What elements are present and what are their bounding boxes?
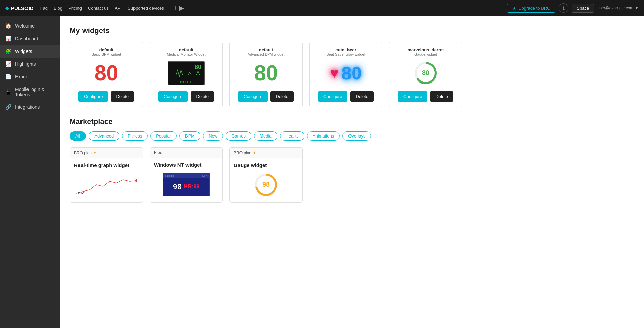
nav-pricing[interactable]: Pricing (68, 6, 82, 11)
gauge-market-display: 98 (253, 171, 279, 198)
nav-faq[interactable]: Faq (40, 6, 48, 11)
widgets-icon: 🧩 (5, 48, 12, 54)
widget-preview-2: 80 PULSOID (168, 60, 205, 87)
user-menu-icon[interactable]: ▼ (635, 6, 639, 10)
graph-preview-container: 192 (76, 175, 137, 195)
market-card-name-3: Gauge widget (234, 162, 298, 168)
apple-icon[interactable]:  (174, 5, 176, 12)
sidebar-item-welcome[interactable]: 🏠 Welcome (0, 19, 60, 32)
gauge-market-value: 98 (262, 181, 270, 188)
medical-brand: PULSOID (180, 80, 192, 84)
sidebar-label-welcome: Welcome (15, 23, 35, 29)
delete-button-1[interactable]: Delete (111, 91, 134, 102)
info-button[interactable]: ℹ (559, 3, 568, 13)
filter-advanced[interactable]: Advanced (89, 131, 119, 141)
dashboard-icon: 📊 (5, 36, 12, 42)
topnav-right: ★ Upgrade to BRO ℹ Space user@example.co… (507, 3, 639, 13)
market-plan-label-2: Free (154, 150, 162, 155)
home-icon: 🏠 (5, 23, 12, 29)
configure-button-5[interactable]: Configure (398, 91, 427, 102)
sidebar-label-widgets: Widgets (15, 49, 32, 54)
widget-name-2: default (179, 47, 194, 52)
sidebar-item-dashboard[interactable]: 📊 Dashboard (0, 32, 60, 45)
configure-button-2[interactable]: Configure (158, 91, 188, 102)
widget-card-medical: default Medical Monitor Widget 80 PULSOI… (150, 42, 223, 107)
market-card-preview-1: 192 (74, 171, 139, 198)
medical-bpm-value: 80 (195, 64, 201, 71)
widget-preview-5: 80 ♥ (412, 60, 439, 87)
nt-bpm-value: 98 (173, 183, 182, 191)
market-card-body-1: Real-time graph widget 192 (70, 158, 143, 202)
filter-media[interactable]: Media (254, 131, 277, 141)
widget-type-2: Medical Monitor Widget (167, 52, 206, 56)
my-widgets-title: My widgets (70, 26, 634, 35)
widget-preview-4: ♥ 80 (330, 60, 362, 87)
delete-button-5[interactable]: Delete (430, 91, 453, 102)
sidebar-item-integrations[interactable]: 🔗 Integrations (0, 101, 60, 113)
user-info: user@example.com ▼ (597, 6, 639, 10)
filter-fitness[interactable]: Fitness (122, 131, 148, 141)
delete-button-3[interactable]: Delete (270, 91, 294, 102)
widget-name-3: default (259, 47, 273, 52)
sidebar-label-mobile: Mobile login & Tokens (15, 87, 54, 97)
nt-hr-label: HR:99 (184, 184, 199, 190)
market-card-header-2: Free (150, 148, 222, 158)
bpm-value-red: 80 (94, 62, 118, 84)
filter-popular[interactable]: Popular (150, 131, 177, 141)
widget-preview-3: 80 (254, 60, 278, 87)
configure-button-1[interactable]: Configure (78, 91, 108, 102)
widget-card-gauge: marvelous_derret Gauge widget 80 ♥ Confi… (389, 42, 462, 107)
sidebar-item-widgets[interactable]: 🧩 Widgets (0, 45, 60, 58)
filter-animations[interactable]: Animations (307, 131, 340, 141)
beat-saber-display: ♥ 80 (330, 63, 362, 84)
gauge-display: 80 ♥ (412, 60, 439, 87)
filter-bpm[interactable]: BPM (179, 131, 200, 141)
delete-button-4[interactable]: Delete (350, 91, 374, 102)
sidebar-item-mobile-login[interactable]: 📱 Mobile login & Tokens (0, 83, 60, 101)
delete-button-2[interactable]: Delete (191, 91, 214, 102)
mobile-icon: 📱 (5, 89, 12, 95)
brand: ◆ PULSOID (5, 5, 34, 11)
widget-type-3: Advanced BPM widget (248, 52, 285, 56)
sidebar-item-highlights[interactable]: 📈 Highlights (0, 58, 60, 70)
market-card-name-1: Real-time graph widget (74, 162, 139, 168)
svg-point-2 (135, 179, 137, 182)
nav-blog[interactable]: Blog (54, 6, 62, 11)
user-email: user@example.com (597, 6, 633, 10)
sidebar-label-integrations: Integrations (15, 104, 40, 110)
marketplace-title: Marketplace (70, 117, 634, 126)
nav-api[interactable]: API (115, 6, 122, 11)
plan-star-icon-1: ✦ (93, 150, 97, 155)
configure-button-3[interactable]: Configure (238, 91, 268, 102)
configure-button-4[interactable]: Configure (318, 91, 347, 102)
integrations-icon: 🔗 (5, 104, 12, 110)
bpm-blue-value: 80 (341, 63, 362, 84)
nt-body: 98 HR:99 (163, 178, 209, 196)
nav-supported-devices[interactable]: Supported devices (128, 6, 164, 11)
sidebar-item-export[interactable]: 📄 Export (0, 70, 60, 83)
space-button[interactable]: Space (572, 4, 594, 13)
topnav-app-icons:  ▶ (174, 4, 184, 12)
widget-grid: default Basic BPM widget 80 Configure De… (70, 42, 634, 107)
upgrade-button[interactable]: ★ Upgrade to BRO (507, 4, 555, 13)
marketplace-grid: BRO plan ✦ Real-time graph widget 192 (70, 147, 634, 203)
widget-buttons-4: Configure Delete (318, 91, 374, 102)
filter-hearts[interactable]: Hearts (280, 131, 304, 141)
filter-games[interactable]: Games (226, 131, 251, 141)
widget-type-5: Gauge widget (414, 52, 437, 56)
market-card-header-3: BRO plan ✦ (230, 148, 302, 158)
market-card-body-3: Gauge widget 98 (230, 158, 302, 202)
main-content: My widgets default Basic BPM widget 80 C… (60, 16, 644, 328)
nav-contact[interactable]: Contact us (88, 6, 109, 11)
market-card-gauge-market: BRO plan ✦ Gauge widget 98 (229, 147, 303, 203)
market-plan-label-3: BRO plan (234, 151, 251, 155)
filter-new[interactable]: New (203, 131, 223, 141)
filter-overlays[interactable]: Overlays (342, 131, 371, 141)
sidebar-label-export: Export (15, 74, 29, 79)
filter-all[interactable]: All (70, 131, 86, 141)
widget-buttons-3: Configure Delete (238, 91, 294, 102)
widget-type-4: Beat Saber glow widget (326, 52, 365, 56)
topnav-links: Faq Blog Pricing Contact us API Supporte… (40, 6, 164, 11)
play-store-icon[interactable]: ▶ (179, 4, 184, 12)
market-card-header-1: BRO plan ✦ (70, 148, 143, 158)
